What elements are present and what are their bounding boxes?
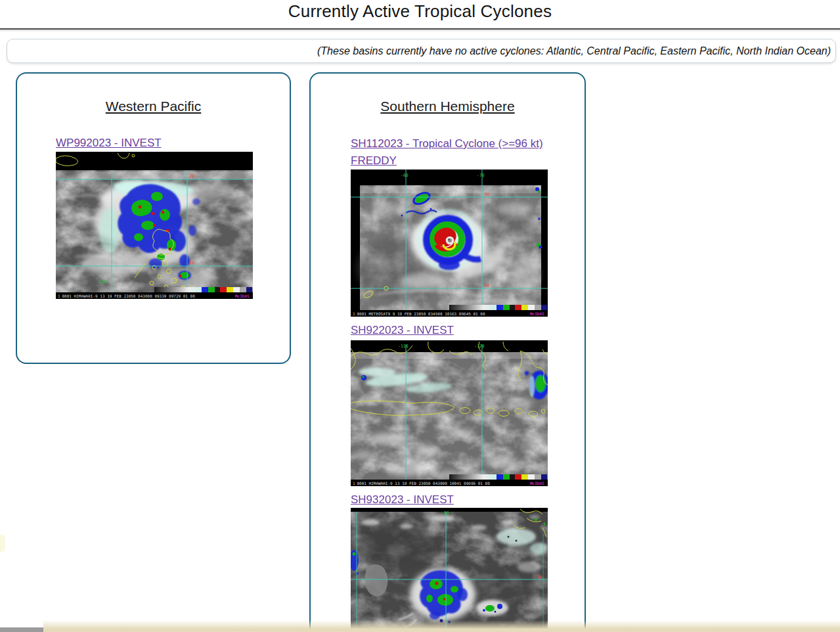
grid-label: -110 xyxy=(398,344,409,349)
caption-text: 0001 HIMAWARI-9 13 19 FEB 23050 043000 0… xyxy=(62,294,196,298)
satellite-image-sh922023-svg: -110 -120 1 0001 HIMAWARI-9 13 19 FEB 23… xyxy=(351,340,548,486)
caption-text: 0001 HIMAWARI-9 13 19 FEB 23050 043000 1… xyxy=(357,481,491,485)
basin-title-southern-hemisphere: Southern Hemisphere xyxy=(311,99,585,114)
enhancement-colorbar xyxy=(449,474,547,480)
caption-lead: 1 xyxy=(353,481,355,485)
grid-label: -10 xyxy=(534,574,542,579)
mcidas-label: McIDAS xyxy=(530,481,544,485)
edge-highlight-tab xyxy=(0,535,5,552)
grid-label: -70 xyxy=(477,173,485,178)
grid-label: 20 xyxy=(484,192,489,197)
caption-lead: 1 xyxy=(353,311,355,316)
grid-label: 10 xyxy=(189,260,194,265)
enhancement-colorbar xyxy=(154,287,252,292)
storm-link-sh922023[interactable]: SH922023 - INVEST xyxy=(351,322,454,339)
cloud-speck xyxy=(544,523,546,525)
no-active-basins-notice: (These basins currently have no active c… xyxy=(7,39,836,63)
satellite-image-wp992023-svg: 20 10 -120 1 0001 HIMAWARI-9 13 19 FEB 2… xyxy=(56,152,253,299)
cloud-speck xyxy=(535,518,537,521)
cloud-field xyxy=(357,185,542,310)
satellite-image-sh922023[interactable]: -110 -120 1 0001 HIMAWARI-9 13 19 FEB 23… xyxy=(351,340,548,486)
page: Currently Active Tropical Cyclones (Thes… xyxy=(0,0,840,632)
satellite-image-sh932023-svg: -90 -10 xyxy=(351,508,548,632)
caption-text: 0001 METEOSAT9 9 19 FEB 23050 034500 101… xyxy=(357,311,485,316)
cloud-field xyxy=(351,512,548,632)
satellite-image-sh112023[interactable]: -60 -70 20 30 1 0001 METEOSAT9 9 19 FEB … xyxy=(351,169,548,317)
storm-link-sh112023-freddy[interactable]: SH112023 - Tropical Cyclone (>=96 kt) FR… xyxy=(351,135,582,169)
basin-card-southern-hemisphere: Southern Hemisphere SH112023 - Tropical … xyxy=(309,72,586,632)
caption-lead: 1 xyxy=(58,294,60,298)
grid-label: -60 xyxy=(401,173,409,178)
basin-card-western-pacific: Western Pacific WP992023 - INVEST xyxy=(16,72,291,364)
storm-link-wp992023[interactable]: WP992023 - INVEST xyxy=(56,135,162,152)
grid-label: -90 xyxy=(441,510,449,516)
grid-label: 30 xyxy=(484,283,489,288)
grid-label: -120 xyxy=(97,279,107,284)
title-divider xyxy=(0,28,840,30)
page-title: Currently Active Tropical Cyclones xyxy=(0,0,840,22)
satellite-image-sh932023[interactable]: -90 -10 xyxy=(351,508,548,632)
storm-link-sh932023[interactable]: SH932023 - INVEST xyxy=(351,491,454,508)
mcidas-label: McIDAS xyxy=(530,311,544,316)
next-section-edge xyxy=(43,620,840,632)
grid-label: 20 xyxy=(189,173,194,179)
enhancement-colorbar xyxy=(449,305,547,310)
no-active-basins-text: (These basins currently have no active c… xyxy=(317,39,831,62)
grid-label: -120 xyxy=(474,344,485,349)
horizontal-scrollbar-thumb[interactable] xyxy=(0,627,43,632)
satellite-image-sh112023-svg: -60 -70 20 30 1 0001 METEOSAT9 9 19 FEB … xyxy=(351,169,548,317)
mcidas-label: McIDAS xyxy=(235,294,250,298)
basin-title-western-pacific: Western Pacific xyxy=(17,99,290,114)
satellite-image-wp992023[interactable]: 20 10 -120 1 0001 HIMAWARI-9 13 19 FEB 2… xyxy=(56,152,253,299)
cloud-field xyxy=(56,170,253,292)
